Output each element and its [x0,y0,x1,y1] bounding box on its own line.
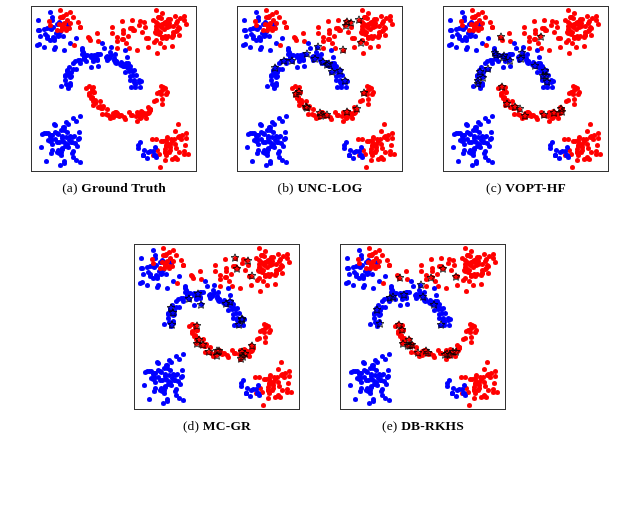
data-point-blue [250,159,255,164]
data-point-blue [167,358,172,363]
data-point-blue [152,153,157,158]
data-point-blue [476,135,481,140]
data-point-red [382,122,387,127]
data-point-blue [155,360,160,365]
data-point-blue [286,48,291,53]
data-point-blue [404,296,409,301]
data-point-red [483,384,488,389]
data-point-blue [50,148,55,153]
data-point-red [595,143,600,148]
data-point-red [218,284,223,289]
data-point-blue [368,322,373,327]
data-point-blue [74,36,79,41]
data-point-blue [140,280,145,285]
data-point-blue [174,387,179,392]
data-point-blue [489,130,494,135]
data-point-red [439,256,444,261]
data-point-blue [476,120,481,125]
data-point-blue [172,308,177,313]
data-point-red [491,390,496,395]
data-point-red [266,396,271,401]
data-point-blue [454,394,459,399]
data-point-red [381,281,386,286]
data-point-blue [147,397,152,402]
data-point-blue [151,248,156,253]
data-point-red [165,25,170,30]
data-point-red [588,122,593,127]
data-point-red [84,86,89,91]
data-point-blue [243,42,248,47]
data-point-red [444,286,449,291]
data-point-blue [347,272,352,277]
data-point-red [124,41,129,46]
data-point-red [448,353,453,358]
data-point-blue [242,18,247,23]
data-point-red [438,351,443,356]
data-point-red [469,340,474,345]
data-point-red [247,354,252,359]
data-point-blue [461,391,466,396]
data-point-blue [540,78,545,83]
data-point-blue [564,153,569,158]
data-point-blue [430,300,435,305]
data-point-blue [485,59,490,64]
data-point-red [261,403,266,408]
data-point-blue [358,153,363,158]
data-point-blue [398,303,403,308]
data-point-blue [378,308,383,313]
data-point-blue [371,286,376,291]
data-point-blue [373,373,378,378]
data-point-blue [52,47,57,52]
data-point-blue [153,386,158,391]
data-point-red [346,30,351,35]
data-point-red [352,45,357,50]
data-point-blue [77,130,82,135]
data-point-red [121,28,126,33]
data-point-red [272,375,277,380]
data-point-red [238,286,243,291]
data-point-blue [554,148,559,153]
data-point-blue [245,386,250,391]
data-point-red [575,158,580,163]
data-point-blue [57,140,62,145]
data-point-red [461,337,466,342]
data-point-blue [447,323,452,328]
data-point-red [407,337,412,342]
data-point-blue [251,34,256,39]
data-point-red [170,44,175,49]
data-point-blue [537,55,542,60]
data-point-red [263,340,268,345]
data-point-red [477,18,482,23]
data-point-blue [77,136,82,141]
data-point-red [336,18,341,23]
data-point-red [527,46,532,51]
data-point-red [576,144,581,149]
data-point-red [463,246,468,251]
data-point-blue [535,48,540,53]
data-point-blue [165,286,170,291]
data-point-red [139,115,144,120]
data-point-red [146,45,151,50]
data-point-red [585,129,590,134]
data-point-blue [63,74,68,79]
data-point-red [152,99,157,104]
data-point-red [227,279,232,284]
data-point-red [484,43,489,48]
data-point-red [140,110,145,115]
data-point-red [490,25,495,30]
data-point-blue [386,368,391,373]
data-point-blue [228,293,233,298]
data-point-red [538,34,543,39]
data-point-blue [492,48,497,53]
data-point-red [389,143,394,148]
data-point-red [175,157,180,162]
data-point-red [68,10,73,15]
data-point-blue [159,370,164,375]
data-point-red [277,259,282,264]
data-point-red [278,43,283,48]
data-point-red [510,99,515,104]
data-point-red [484,395,489,400]
data-point-red [164,144,169,149]
data-point-red [223,257,228,262]
data-point-blue [226,286,231,291]
